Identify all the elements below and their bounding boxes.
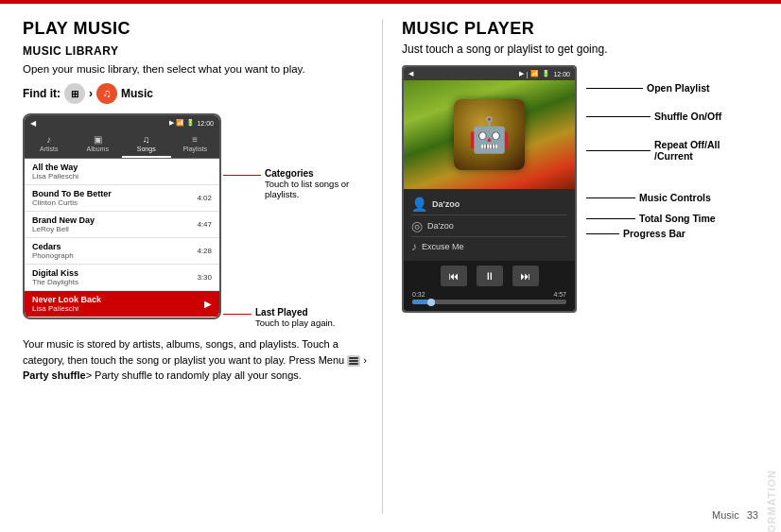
watermark: CONFIDENTIAL INFORMATION xyxy=(766,470,777,532)
left-body-text: Open your music library, then select wha… xyxy=(23,61,367,77)
progress-area: 0:32 4:57 xyxy=(408,289,570,306)
music-player-desc: Just touch a song or playlist to get goi… xyxy=(402,43,758,56)
right-annotations: Open Playlist Shuffle On/Off Repeat Off/… xyxy=(586,65,758,239)
tab-artists[interactable]: ♪ Artists xyxy=(25,130,74,158)
player-info: 👤 Da'zoo ◎ Da'zoo ♪ Excuse Me xyxy=(404,189,575,261)
progress-fill xyxy=(412,300,429,304)
prev-button[interactable]: ⏮ xyxy=(441,266,467,286)
bottom-body-text: Your music is stored by artists, albums,… xyxy=(23,336,367,384)
player-controls[interactable]: ⏮ ⏸ ⏭ 0:32 4:57 xyxy=(404,261,575,311)
song-row[interactable]: Bound To Be Better Clinton Curtis 4:02 xyxy=(25,185,219,212)
album-art: 🤖 xyxy=(404,80,575,189)
find-it-label: Find it: xyxy=(23,87,61,100)
song-row[interactable]: Cedars Phonograph 4:28 xyxy=(25,238,219,265)
controls-annotation: Music Controls xyxy=(586,192,758,203)
shuffle-annotation: Shuffle On/Off xyxy=(586,111,758,122)
page-number-area: Music 33 xyxy=(712,509,758,521)
music-label: Music xyxy=(121,87,153,100)
phone-mockup-left: ◀ ▶ 📶 🔋 12:00 ♪ Artists xyxy=(23,113,221,319)
nav-tabs[interactable]: ♪ Artists ▣ Albums ♫ Songs ≡ Playlists xyxy=(25,130,219,159)
song-row-highlighted[interactable]: Never Look Back Lisa Palleschi ▶ xyxy=(25,291,219,317)
player-status-bar: ◀ ▶|📶🔋 12:00 xyxy=(404,67,575,80)
time-elapsed: 0:32 xyxy=(412,291,425,298)
play-pause-button[interactable]: ⏸ xyxy=(477,266,503,286)
page-label: Music xyxy=(712,509,739,521)
tab-songs[interactable]: ♫ Songs xyxy=(122,130,171,158)
repeat-annotation: Repeat Off/All /Current xyxy=(586,139,758,162)
song-list: All the Way Lisa Palleschi Bound To Be B… xyxy=(25,159,219,317)
status-bar: ◀ ▶ 📶 🔋 12:00 xyxy=(25,115,219,130)
last-played-annotation: Last Played Touch to play again. xyxy=(223,307,336,328)
apps-icon: ⊞ xyxy=(64,83,85,104)
music-app-icon: ♫ xyxy=(96,83,117,104)
song-row[interactable]: Brand New Day LeRoy Bell 4:47 xyxy=(25,212,219,238)
next-button[interactable]: ⏭ xyxy=(512,266,539,286)
progress-thumb xyxy=(427,299,435,306)
total-time-annotation: Total Song Time xyxy=(586,213,758,224)
progress-bar-annotation: Progress Bar xyxy=(586,228,758,239)
song-row[interactable]: All the Way Lisa Palleschi xyxy=(25,159,219,185)
open-playlist-annotation: Open Playlist xyxy=(586,82,758,94)
time-total: 4:57 xyxy=(553,291,566,298)
categories-annotation: Categories Touch to list songs or playli… xyxy=(223,168,367,199)
page-number: 33 xyxy=(747,509,758,521)
play-music-title: PLAY MUSIC xyxy=(23,19,367,39)
tab-playlists[interactable]: ≡ Playlists xyxy=(171,130,220,158)
song-row[interactable]: Digital Kiss The Daylights 3:30 xyxy=(25,265,219,291)
arrow-right: › xyxy=(89,87,93,100)
progress-bar[interactable] xyxy=(412,300,566,304)
tab-albums[interactable]: ▣ Albums xyxy=(74,130,123,158)
music-player-title: MUSIC PLAYER xyxy=(402,19,758,39)
music-library-heading: MUSIC LIBRARY xyxy=(23,44,367,58)
player-phone: ◀ ▶|📶🔋 12:00 🤖 xyxy=(402,65,577,313)
